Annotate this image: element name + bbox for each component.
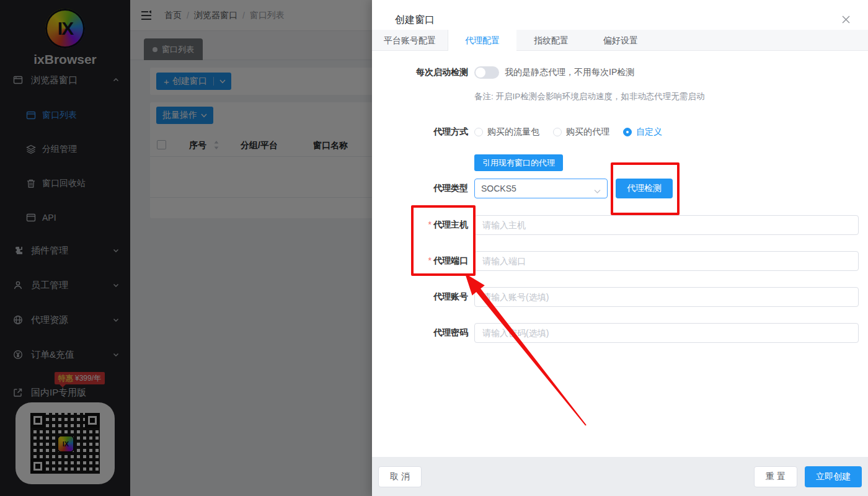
proxy-host-label: *代理主机 xyxy=(372,219,468,231)
cancel-button[interactable]: 取 消 xyxy=(378,466,422,487)
required-asterisk: * xyxy=(428,255,432,265)
quote-existing-proxy-button[interactable]: 引用现有窗口的代理 xyxy=(474,154,563,171)
proxy-port-label: *代理端口 xyxy=(372,255,468,267)
drawer-header: 创建窗口 xyxy=(372,0,868,30)
proxy-account-row: 代理账号 xyxy=(372,287,868,307)
proxy-note: 备注: 开启IP检测会影响环境启动速度，如非动态代理无需启动 xyxy=(474,91,704,102)
tab-proxy-config[interactable]: 代理配置 xyxy=(448,30,516,51)
radio-checked-icon xyxy=(623,128,632,136)
toggle-knob xyxy=(476,68,485,78)
radio-purchased-proxy[interactable]: 购买的代理 xyxy=(553,126,609,138)
close-icon[interactable] xyxy=(841,15,851,24)
drawer-title: 创建窗口 xyxy=(395,14,435,27)
launch-check-toggle[interactable] xyxy=(474,66,499,79)
proxy-port-row: *代理端口 xyxy=(372,251,868,271)
proxy-port-input[interactable] xyxy=(474,251,859,271)
launch-check-row: 每次启动检测 我的是静态代理，不用每次IP检测 xyxy=(372,64,868,81)
proxy-host-row: *代理主机 xyxy=(372,215,868,235)
proxy-account-input[interactable] xyxy=(474,287,859,307)
proxy-password-input[interactable] xyxy=(474,323,859,343)
radio-custom[interactable]: 自定义 xyxy=(623,126,662,138)
proxy-check-button[interactable]: 代理检测 xyxy=(616,179,673,198)
proxy-account-label: 代理账号 xyxy=(372,291,468,303)
radio-label: 购买的代理 xyxy=(566,126,609,138)
radio-icon xyxy=(474,128,483,136)
proxy-type-label: 代理类型 xyxy=(372,183,468,194)
proxy-mode-row: 代理方式 购买的流量包 购买的代理 自定义 xyxy=(372,126,868,138)
app-root: IX ixBrowser 浏览器窗口 窗口列表 分组管理 xyxy=(0,0,868,496)
radio-label: 购买的流量包 xyxy=(487,126,539,138)
chevron-down-icon xyxy=(594,186,601,196)
radio-label: 自定义 xyxy=(636,126,662,138)
radio-traffic-package[interactable]: 购买的流量包 xyxy=(474,126,539,138)
tab-platform-account[interactable]: 平台账号配置 xyxy=(372,30,448,51)
reset-button[interactable]: 重 置 xyxy=(754,466,797,487)
proxy-password-row: 代理密码 xyxy=(372,323,868,343)
proxy-mode-label: 代理方式 xyxy=(372,126,468,138)
launch-check-label: 每次启动检测 xyxy=(372,67,468,78)
drawer-tabs: 平台账号配置 代理配置 指纹配置 偏好设置 xyxy=(372,30,868,51)
create-window-drawer: 创建窗口 平台账号配置 代理配置 指纹配置 偏好设置 每次启动检测 我的是静态代… xyxy=(372,0,868,496)
tab-fingerprint-config[interactable]: 指纹配置 xyxy=(516,30,586,51)
required-asterisk: * xyxy=(428,219,432,229)
radio-icon xyxy=(553,128,562,136)
drawer-footer: 取 消 重 置 立即创建 xyxy=(372,457,868,496)
proxy-type-value: SOCKS5 xyxy=(481,184,516,193)
proxy-password-label: 代理密码 xyxy=(372,327,468,339)
tab-preferences[interactable]: 偏好设置 xyxy=(586,30,655,51)
create-now-button[interactable]: 立即创建 xyxy=(805,466,862,487)
proxy-type-select[interactable]: SOCKS5 xyxy=(474,179,608,198)
launch-check-hint: 我的是静态代理，不用每次IP检测 xyxy=(505,67,634,78)
proxy-host-input[interactable] xyxy=(474,215,859,235)
